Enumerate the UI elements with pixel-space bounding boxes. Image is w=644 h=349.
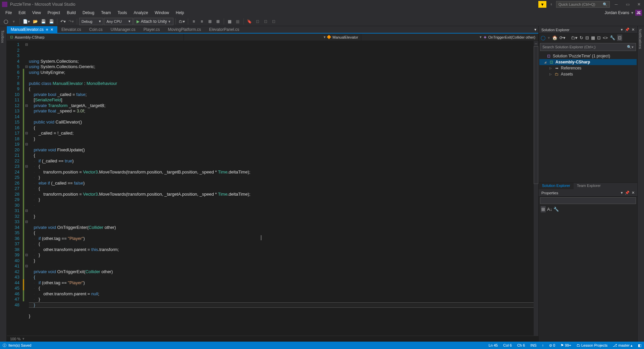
save-icon[interactable]: 💾 (40, 18, 47, 25)
file-tab[interactable]: ManualElevator.cs ✳ ✕ (7, 26, 57, 33)
code-editor[interactable]: 1234567891011121314151617181920212223242… (7, 41, 538, 336)
menu-edit[interactable]: Edit (15, 9, 29, 16)
start-debug-button[interactable]: ▶ Attach to Unity ▾ (133, 18, 173, 25)
refresh-icon[interactable]: ↻ (580, 35, 583, 40)
tab-solution-explorer[interactable]: Solution Explorer (539, 183, 574, 189)
menu-project[interactable]: Project (44, 9, 63, 16)
menu-file[interactable]: File (2, 9, 15, 16)
toolbar-icon[interactable]: ▦ (226, 18, 233, 25)
file-tab[interactable]: Elevator.cs (57, 26, 85, 33)
maximize-button[interactable]: ▭ (623, 0, 633, 9)
project-context-selector[interactable]: ⊡ Assembly-CSharp (7, 34, 184, 41)
fold-toggle[interactable]: ⊟ (24, 42, 29, 48)
fold-toggle[interactable]: ⊟ (24, 131, 29, 136)
menu-tools[interactable]: Tools (114, 9, 130, 16)
toolbar-icon[interactable]: ≡ (190, 18, 198, 25)
open-file-icon[interactable]: 📂 (32, 18, 39, 25)
close-panel-icon[interactable]: ✕ (632, 28, 635, 32)
fold-toggle[interactable]: ⊟ (24, 219, 29, 225)
toolbar-icon[interactable]: 🔖 (246, 18, 253, 25)
window-position-icon[interactable]: ▾ (621, 191, 623, 195)
tree-solution-node[interactable]: ⊡ Solution 'PuzzleTime' (1 project) (539, 53, 637, 59)
properties-icon[interactable]: 🔧 (553, 207, 559, 212)
publish-icon[interactable]: ↑ (542, 343, 544, 347)
vertical-scrollbar[interactable]: – (534, 41, 538, 336)
file-tab[interactable]: Coin.cs (85, 26, 107, 33)
show-all-icon[interactable]: ▦ (591, 35, 595, 40)
back-icon[interactable]: ◯ (541, 35, 546, 40)
pin-icon[interactable]: 📌 (625, 28, 630, 32)
fold-toggle[interactable]: ⊟ (24, 64, 29, 70)
file-tab[interactable]: UIManager.cs (107, 26, 140, 33)
new-project-icon[interactable]: 📄▾ (22, 18, 31, 25)
menu-window[interactable]: Window (151, 9, 172, 16)
platform-selector[interactable]: Any CPU▾ (104, 18, 132, 25)
fold-toggle[interactable]: ⊟ (24, 103, 29, 109)
home-icon[interactable]: 🏠 (552, 35, 557, 40)
file-tab[interactable]: ElevatorPanel.cs (205, 26, 243, 33)
menu-analyze[interactable]: Analyze (130, 9, 152, 16)
feedback-icon[interactable]: ♀ (548, 2, 555, 7)
properties-icon[interactable]: ⊡ (597, 35, 601, 40)
solution-tree[interactable]: ⊡ Solution 'PuzzleTime' (1 project) ◢ ⊡ … (539, 52, 637, 183)
undo-icon[interactable]: ↶▾ (59, 18, 67, 25)
redo-icon[interactable]: ↷▾ (67, 18, 75, 25)
notifications-tab[interactable]: Notifications (638, 26, 643, 342)
save-all-icon[interactable]: 💾 (48, 18, 55, 25)
fold-toggle[interactable]: ⊟ (24, 252, 29, 258)
status-corner-icon[interactable]: ◧ (638, 343, 641, 348)
toolbar-icon[interactable]: ▦ (234, 18, 241, 25)
pending-changes-icon[interactable]: 🗀▾ (571, 35, 578, 40)
menu-help[interactable]: Help (172, 9, 187, 16)
fold-toggle[interactable]: ⊟ (24, 164, 29, 169)
tree-project-node[interactable]: ◢ ⊡ Assembly-CSharp (539, 59, 637, 65)
toolbar-icon[interactable]: ⊞ (214, 18, 222, 25)
tab-team-explorer[interactable]: Team Explorer (574, 183, 604, 189)
navigate-back-icon[interactable]: ◯ (2, 18, 9, 25)
toolbar-icon[interactable]: ⊞ (206, 18, 214, 25)
fwd-icon[interactable]: ▾ (548, 35, 550, 40)
tab-overflow-icon[interactable]: ▾ (534, 26, 538, 33)
close-panel-icon[interactable]: ✕ (632, 191, 635, 195)
class-context-selector[interactable]: ▾ 🔶 ManualElevator (184, 34, 361, 41)
toolbar-icon[interactable]: ⊡ (270, 18, 277, 25)
file-tab[interactable]: MovingPlatform.cs (164, 26, 205, 33)
menu-view[interactable]: View (29, 9, 44, 16)
fold-toggle[interactable]: ⊟ (24, 142, 29, 147)
file-tab[interactable]: Player.cs (140, 26, 164, 33)
alphabetical-icon[interactable]: A↓ (547, 207, 552, 212)
sync-icon[interactable]: ⟳▾ (559, 35, 566, 40)
solution-search-input[interactable]: Search Solution Explorer (Ctrl+;) 🔍▾ (540, 43, 636, 51)
navigate-fwd-icon[interactable]: ▾ (10, 18, 17, 25)
toolbox-tab[interactable]: Toolbox (0, 28, 5, 342)
categorized-icon[interactable]: ⊞ (541, 206, 546, 212)
config-selector[interactable]: Debug▾ (79, 18, 103, 25)
preview-icon[interactable]: ⊡ (617, 35, 622, 41)
signed-in-user[interactable]: Jordan Evans (605, 10, 629, 15)
close-button[interactable]: ✕ (634, 0, 644, 9)
zoom-selector[interactable]: 100 % (10, 337, 20, 341)
wrench-icon[interactable]: 🔧 (610, 35, 615, 40)
pin-icon[interactable]: 📌 (625, 191, 630, 195)
toolbar-icon[interactable]: ≡ (198, 18, 206, 25)
warning-count[interactable]: ⚑ 99+ (560, 343, 571, 348)
pending-notifications-icon[interactable]: ▾ (538, 1, 546, 8)
menu-build[interactable]: Build (63, 9, 79, 16)
close-tab-icon[interactable]: ✕ (50, 28, 53, 32)
window-position-icon[interactable]: ▾ (621, 28, 623, 32)
repo-name[interactable]: 🗀 Lesson Projects (577, 343, 607, 347)
menu-team[interactable]: Team (98, 9, 114, 16)
toolbar-icon[interactable]: 🗀▾ (178, 18, 186, 25)
tree-assets-node[interactable]: ▷ 🗀 Assets (539, 71, 637, 77)
member-context-selector[interactable]: ▾ ◈ OnTriggerExit(Collider other) (361, 34, 538, 41)
menu-debug[interactable]: Debug (79, 9, 98, 16)
toolbar-icon[interactable]: ⊡ (262, 18, 269, 25)
properties-object-selector[interactable] (540, 197, 636, 204)
view-code-icon[interactable]: <> (603, 35, 608, 40)
fold-toggle[interactable]: ⊟ (24, 208, 29, 214)
minimize-button[interactable]: ─ (611, 0, 621, 9)
quick-launch-input[interactable]: Quick Launch (Ctrl+Q) 🔍 (556, 1, 610, 8)
fold-toggle[interactable]: ⊟ (24, 263, 29, 269)
error-count[interactable]: ⊘ 0 (549, 343, 555, 348)
tree-references-node[interactable]: ▷ ▪▪ References (539, 65, 637, 71)
